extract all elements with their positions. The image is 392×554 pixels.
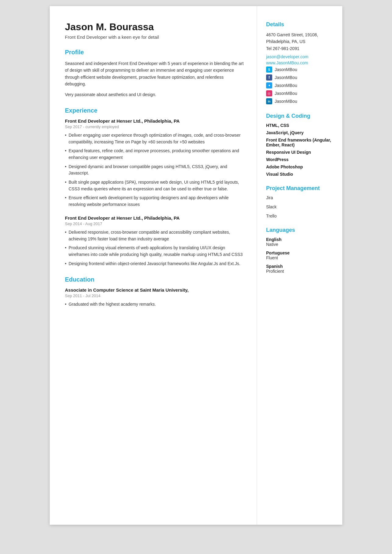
lang-portuguese-level: Fluent <box>266 255 333 260</box>
lang-english: English Native <box>266 237 333 247</box>
edu-1-bullets: Graduated with the highest academy remar… <box>65 301 244 308</box>
social-skype: S JasonMBou <box>266 67 333 73</box>
edu-1-bullet-1: Graduated with the highest academy remar… <box>65 301 244 308</box>
design-coding-section-title: Design & Coding <box>266 113 333 119</box>
job-2-period: Sep 2014 - Aug 2017 <box>65 221 244 226</box>
job-1-bullets: Deliver engaging user experience through… <box>65 132 244 208</box>
social-twitter-handle: JasonMBou <box>275 83 297 88</box>
candidate-name: Jason M. Bourassa <box>65 21 244 33</box>
skill-7: Visual Studio <box>266 172 333 177</box>
languages-section-title: Languages <box>266 227 333 233</box>
lang-english-name: English <box>266 237 333 242</box>
job-2-bullets: Delivered responsive, cross-browser comp… <box>65 229 244 267</box>
lang-spanish-level: Proficient <box>266 269 333 274</box>
socials-list: S JasonMBou f JasonMBou ✦ JasonMBou ◎ Ja… <box>266 67 333 104</box>
skill-4: Responsive UI Design <box>266 150 333 155</box>
skill-5: WordPress <box>266 157 333 162</box>
profile-section-title: Profile <box>65 49 244 56</box>
job-1-bullet-2: Expand features, refine code, and improv… <box>65 148 244 161</box>
social-linkedin-handle: JasonMBou <box>275 99 297 104</box>
education-section-title: Education <box>65 276 244 283</box>
lang-portuguese: Portuguese Fluent <box>266 250 333 260</box>
skill-3: Front End frameworks (Angular, Ember, Re… <box>266 138 333 147</box>
social-linkedin: in JasonMBou <box>266 98 333 104</box>
details-website[interactable]: www.JasonMBou.com <box>266 60 333 65</box>
social-instagram-handle: JasonMBou <box>275 91 297 96</box>
social-twitter: ✦ JasonMBou <box>266 82 333 88</box>
pm-item-1: Jira <box>266 195 333 200</box>
resume-container: Jason M. Bourassa Front End Developer wi… <box>50 6 342 525</box>
candidate-subtitle: Front End Developer with a keen eye for … <box>65 34 244 40</box>
job-1-period: Sep 2017 - currently employed <box>65 124 244 129</box>
experience-section-title: Experience <box>65 107 244 114</box>
details-address: 4670 Garrett Street, 19108,Philadelphia,… <box>266 31 333 52</box>
job-1-bullet-4: Built single page applications (SPA), re… <box>65 179 244 192</box>
edu-1-title: Associate in Computer Science at Saint M… <box>65 287 244 293</box>
skills-list: HTML, CSS JavaScript, jQuery Front End f… <box>266 123 333 177</box>
job-1-bullet-1: Deliver engaging user experience through… <box>65 132 244 145</box>
pm-list: Jira Slack Trello <box>266 195 333 218</box>
skill-6: Adobe Photoshop <box>266 164 333 169</box>
social-facebook: f JasonMBou <box>266 74 333 81</box>
social-facebook-handle: JasonMBou <box>275 75 297 80</box>
job-1-bullet-5: Ensure efficient web development by supp… <box>65 195 244 208</box>
languages-list: English Native Portuguese Fluent Spanish… <box>266 237 333 274</box>
lang-spanish-name: Spanish <box>266 264 333 269</box>
job-1-bullet-3: Designed dynamic and browser compatible … <box>65 164 244 177</box>
details-section-title: Details <box>266 21 333 28</box>
job-2: Front End Developer at Henser Ltd., Phil… <box>65 215 244 267</box>
pm-section-title: Project Management <box>266 185 333 192</box>
social-instagram: ◎ JasonMBou <box>266 90 333 96</box>
profile-paragraph-2: Very passionate about aesthetics and UI … <box>65 91 244 98</box>
details-email[interactable]: jason@developer.com <box>266 54 333 59</box>
job-2-title: Front End Developer at Henser Ltd., Phil… <box>65 215 244 221</box>
job-2-bullet-3: Designing frontend within object-oriente… <box>65 261 244 267</box>
twitter-icon: ✦ <box>266 82 272 88</box>
edu-1-period: Sep 2011 - Jul 2014 <box>65 293 244 298</box>
facebook-icon: f <box>266 74 272 81</box>
skype-icon: S <box>266 67 272 73</box>
social-skype-handle: JasonMBou <box>275 67 297 72</box>
lang-spanish: Spanish Proficient <box>266 264 333 274</box>
pm-item-3: Trello <box>266 214 333 218</box>
left-column: Jason M. Bourassa Front End Developer wi… <box>50 6 257 525</box>
job-2-bullet-1: Delivered responsive, cross-browser comp… <box>65 229 244 242</box>
linkedin-icon: in <box>266 98 272 104</box>
skill-1: HTML, CSS <box>266 123 333 128</box>
edu-1: Associate in Computer Science at Saint M… <box>65 287 244 308</box>
skill-2: JavaScript, jQuery <box>266 130 333 135</box>
job-1: Front End Developer at Henser Ltd., Phil… <box>65 118 244 208</box>
job-1-title: Front End Developer at Henser Ltd., Phil… <box>65 118 244 124</box>
job-2-bullet-2: Produced stunning visual elements of web… <box>65 245 244 258</box>
pm-item-2: Slack <box>266 204 333 209</box>
right-column: Details 4670 Garrett Street, 19108,Phila… <box>257 6 342 525</box>
instagram-icon: ◎ <box>266 90 272 96</box>
lang-portuguese-name: Portuguese <box>266 250 333 255</box>
lang-english-level: Native <box>266 242 333 247</box>
profile-paragraph-1: Seasoned and independent Front End Devel… <box>65 60 244 88</box>
